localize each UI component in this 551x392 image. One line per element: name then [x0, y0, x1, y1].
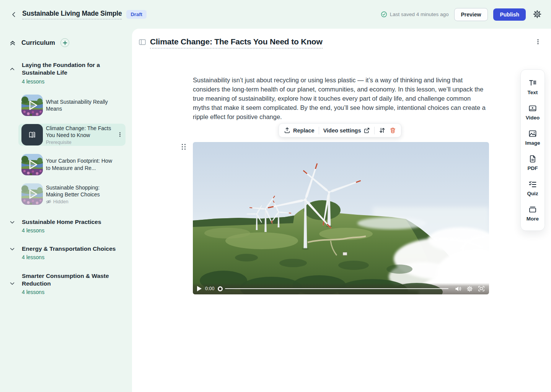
- video-controls-bar: 0:00: [193, 283, 489, 294]
- video-thumbnail: [21, 183, 43, 205]
- insert-more-label: More: [527, 216, 539, 222]
- insert-video-button[interactable]: Video: [521, 100, 544, 125]
- preview-button[interactable]: Preview: [454, 8, 488, 21]
- lesson-title: Your Carbon Footprint: How to Measure an…: [46, 157, 116, 172]
- section-lesson-count: 4 lessons: [22, 78, 44, 85]
- video-block-toolbar: Replace Video settings: [279, 123, 401, 137]
- section-title[interactable]: Smarter Consumption & Waste Reduction: [22, 272, 110, 287]
- replace-label: Replace: [293, 127, 315, 134]
- insert-quiz-button[interactable]: Quiz: [521, 175, 544, 201]
- player-settings-gear-icon[interactable]: [466, 286, 473, 292]
- divider: [319, 127, 319, 134]
- toggle-sidebar-icon[interactable]: [139, 39, 146, 45]
- trash-icon: [390, 127, 396, 134]
- section-title[interactable]: Sustainable Home Practices: [22, 218, 117, 226]
- insert-text-label: Text: [528, 90, 538, 95]
- upload-icon: [284, 127, 290, 134]
- curriculum-title: Curriculum: [21, 39, 55, 46]
- divider: [374, 127, 375, 134]
- insert-quiz-label: Quiz: [527, 191, 538, 196]
- save-status: Last saved 4 minutes ago: [381, 11, 449, 18]
- lesson-options-kebab-icon[interactable]: [535, 39, 541, 45]
- section-expand-chevron-down-icon[interactable]: [9, 281, 15, 287]
- save-status-label: Last saved 4 minutes ago: [390, 11, 449, 17]
- section-collapse-chevron-up-icon[interactable]: [9, 66, 15, 72]
- section-lesson-count: 4 lessons: [22, 289, 44, 295]
- lesson-title: What Sustainability Really Means: [46, 98, 116, 113]
- fullscreen-icon[interactable]: [478, 286, 485, 292]
- volume-icon[interactable]: [455, 286, 461, 292]
- insert-more-button[interactable]: More: [521, 201, 544, 226]
- curriculum-sidebar: Curriculum Laying the Foundation for a S…: [0, 29, 132, 392]
- back-button[interactable]: [8, 9, 19, 20]
- lesson-meta-hidden: Hidden: [53, 199, 68, 204]
- insert-pdf-label: PDF: [528, 165, 538, 171]
- reading-lesson-icon: [21, 124, 43, 145]
- eye-off-icon: [46, 199, 51, 204]
- lesson-item[interactable]: What Sustainability Really Means: [21, 95, 116, 116]
- course-title[interactable]: Sustainable Living Made Simple: [22, 10, 122, 20]
- text-block-icon: [528, 79, 537, 87]
- lesson-options-kebab-icon[interactable]: [117, 132, 123, 138]
- insert-text-button[interactable]: Text: [521, 74, 544, 100]
- video-settings-label: Video settings: [323, 127, 361, 134]
- video-settings-button[interactable]: Video settings: [323, 127, 370, 134]
- insert-block-toolbar: Text Video Image PDF: [520, 69, 545, 231]
- collapse-all-icon[interactable]: [9, 39, 16, 46]
- insert-image-button[interactable]: Image: [521, 125, 544, 150]
- lesson-item-hidden[interactable]: Sustainable Shopping: Making Better Choi…: [21, 183, 116, 205]
- delete-block-button[interactable]: [390, 127, 396, 134]
- video-timestamp: 0:00: [205, 286, 214, 291]
- lesson-item-selected[interactable]: Climate Change: The Facts You Need to Kn…: [18, 124, 126, 146]
- settings-gear-icon[interactable]: [533, 10, 543, 20]
- lesson-title: Sustainable Shopping: Making Better Choi…: [46, 184, 116, 198]
- video-progress-bar[interactable]: [225, 288, 448, 289]
- insert-video-label: Video: [526, 115, 540, 121]
- image-block-icon: [528, 129, 537, 138]
- external-link-icon: [364, 127, 370, 134]
- lesson-title: Climate Change: The Facts You Need to Kn…: [46, 125, 114, 139]
- play-icon[interactable]: [197, 286, 202, 291]
- video-player[interactable]: 0:00: [193, 142, 489, 294]
- lesson-item[interactable]: Your Carbon Footprint: How to Measure an…: [21, 154, 116, 175]
- video-frame-wind-turbines: [193, 142, 489, 294]
- section-title[interactable]: Laying the Foundation for a Sustainable …: [22, 61, 117, 77]
- publish-button[interactable]: Publish: [493, 8, 526, 21]
- video-thumbnail: [21, 154, 43, 175]
- replace-video-button[interactable]: Replace: [284, 127, 315, 134]
- top-header: Sustainable Living Made Simple Draft Las…: [0, 0, 551, 29]
- video-thumbnail: [21, 95, 43, 116]
- more-blocks-icon: [528, 205, 537, 214]
- section-lesson-count: 4 lessons: [22, 254, 44, 260]
- status-badge: Draft: [126, 10, 146, 19]
- lesson-paragraph[interactable]: Sustainability isn’t just about recyclin…: [193, 75, 489, 121]
- quiz-block-icon: [528, 180, 537, 188]
- add-section-button[interactable]: [60, 38, 69, 47]
- video-block-icon: [528, 104, 537, 113]
- section-expand-chevron-down-icon[interactable]: [9, 219, 15, 225]
- section-title[interactable]: Energy & Transportation Choices: [22, 245, 117, 253]
- reorder-block-button[interactable]: [379, 127, 385, 134]
- insert-pdf-button[interactable]: PDF: [521, 150, 544, 175]
- block-drag-handle[interactable]: [182, 144, 186, 150]
- video-scrubber-handle[interactable]: [218, 286, 223, 291]
- insert-image-label: Image: [525, 140, 540, 146]
- check-circle-icon: [381, 11, 387, 18]
- lesson-meta-prerequisite: Prerequisite: [46, 140, 114, 145]
- section-expand-chevron-down-icon[interactable]: [9, 246, 15, 252]
- section-lesson-count: 4 lessons: [22, 227, 44, 234]
- lesson-editor-panel: Climate Change: The Facts You Need to Kn…: [132, 29, 551, 392]
- pdf-block-icon: [528, 155, 537, 163]
- lesson-title-heading[interactable]: Climate Change: The Facts You Need to Kn…: [150, 37, 323, 49]
- move-up-down-icon: [379, 127, 385, 134]
